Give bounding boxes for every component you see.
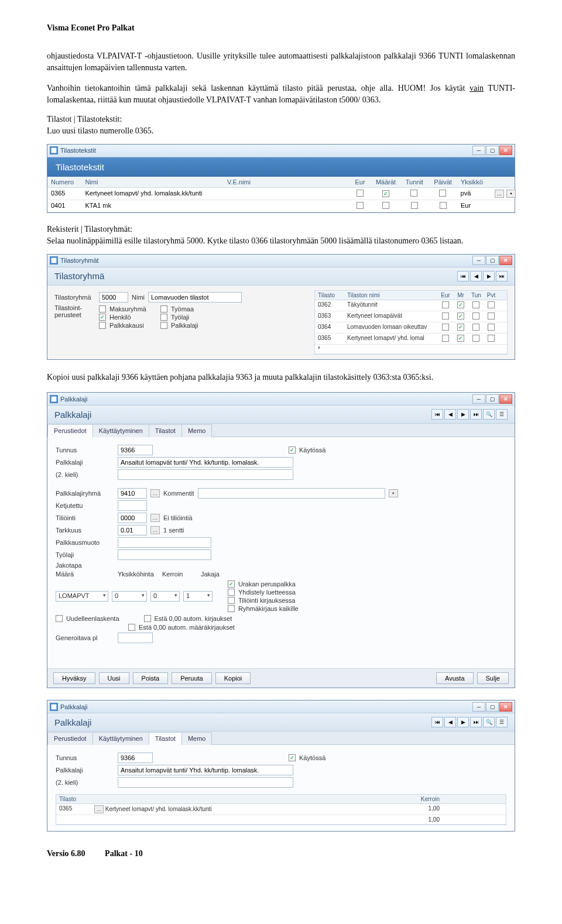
table-row[interactable]: * [315,345,507,354]
nav-last-button[interactable]: ⏭ [470,409,482,420]
tab-perustiedot[interactable]: Perustiedot [47,732,93,745]
col-venimi[interactable]: V.E.nimi [224,177,348,187]
checkbox-tyomaa[interactable] [160,305,167,312]
input-palkkausmuoto[interactable] [118,537,211,548]
lookup-button[interactable]: … [150,489,160,497]
close-button[interactable]: ✕ [499,702,512,712]
input-tilastoryhma[interactable] [99,292,128,303]
col-tilasto[interactable]: Tilasto [56,795,91,803]
expand-button[interactable]: • [389,489,398,497]
col-nimi[interactable]: Nimi [81,177,224,187]
checkbox-paivat[interactable] [439,190,446,197]
checkbox-eur[interactable] [357,202,364,209]
select-maara[interactable]: LOMAPVT [56,591,108,602]
input-tunnus[interactable] [118,445,153,455]
checkbox-tunnit[interactable] [410,190,417,197]
input-tilointi[interactable] [118,513,147,523]
tab-kayttaytyminen[interactable]: Käyttäytyminen [92,732,149,745]
input-kieli2[interactable] [118,469,293,480]
nav-search-button[interactable]: 🔍 [483,409,495,420]
checkbox-henkilo[interactable] [99,314,106,321]
lookup-button[interactable]: … [150,526,160,534]
uusi-button[interactable]: Uusi [99,672,129,684]
checkbox-kaytossa[interactable] [289,446,296,454]
titlebar[interactable]: Tilastotekstit ─ ▢ ✕ [47,145,515,157]
col-pvt[interactable]: Pvt [484,291,499,300]
minimize-button[interactable]: ─ [472,702,485,712]
tab-perustiedot[interactable]: Perustiedot [47,424,93,437]
table-row[interactable]: 0365 Kertyneet lomapvt/ yhd. lomalask.kk… [47,188,515,200]
select-jakaja[interactable]: 1 [183,591,213,602]
col-tilaston-nimi[interactable]: Tilaston nimi [344,291,438,300]
input-generoitava[interactable] [118,633,153,643]
tab-memo[interactable]: Memo [181,424,213,437]
kopioi-button[interactable]: Kopioi [215,672,251,684]
col-paivat[interactable]: Päivät [429,177,457,187]
input-tarkkuus[interactable] [118,525,147,535]
checkbox-yhdistely[interactable] [228,589,235,596]
table-row[interactable]: 0363Kertyneet lomapäivät [315,311,507,322]
tab-tilastot[interactable]: Tilastot [149,732,182,745]
nav-prev-button[interactable]: ◀ [444,409,456,420]
tab-tilastot[interactable]: Tilastot [149,424,182,437]
poista-button[interactable]: Poista [133,672,169,684]
hyvaksy-button[interactable]: Hyväksy [53,672,95,684]
peruuta-button[interactable]: Peruuta [172,672,212,684]
maximize-button[interactable]: ▢ [486,256,499,265]
nav-first-button[interactable]: ⏮ [457,271,469,281]
input-kommentit[interactable] [198,488,385,499]
table-row[interactable]: 0401 KTA1 mk Eur [47,200,515,212]
input-ketjutettu[interactable] [118,500,147,511]
col-tunnit[interactable]: Tunnit [400,177,429,187]
checkbox-maarat[interactable] [382,202,389,209]
col-maarat[interactable]: Määrät [372,177,400,187]
nav-first-button[interactable]: ⏮ [431,409,443,420]
titlebar[interactable]: Palkkalaji ─ ▢ ✕ [47,393,515,406]
checkbox-esta1[interactable] [144,615,151,622]
nav-next-button[interactable]: ▶ [457,717,469,727]
titlebar[interactable]: Tilastoryhmät ─ ▢ ✕ [47,255,515,267]
nav-last-button[interactable]: ⏭ [496,271,508,281]
nav-list-button[interactable]: ☰ [496,409,508,420]
table-row[interactable]: 0365 … Kertyneet lomapvt/ yhd. lomalask.… [56,804,506,815]
avusta-button[interactable]: Avusta [436,672,473,684]
lookup-button[interactable]: … [150,514,160,522]
input-palkkalaji[interactable] [118,765,293,775]
lookup-button[interactable]: … [94,805,104,813]
col-yksikko[interactable]: Yksikkö [457,177,491,187]
checkbox-paivat[interactable] [440,202,447,209]
input-palkkalajiryhma[interactable] [118,488,147,499]
checkbox-maksuryhma[interactable] [99,305,106,312]
input-nimi[interactable] [148,292,242,303]
checkbox-esta2[interactable] [128,624,135,631]
checkbox-tilointi-kirj[interactable] [228,597,235,604]
checkbox-uudelleenlaskenta[interactable] [56,615,63,622]
minimize-button[interactable]: ─ [472,394,485,404]
table-row[interactable]: 0362Täkyötunnit [315,300,507,311]
maximize-button[interactable]: ▢ [486,146,499,155]
nav-prev-button[interactable]: ◀ [470,271,482,281]
col-tun[interactable]: Tun [468,291,484,300]
close-button[interactable]: ✕ [499,146,512,155]
table-row[interactable]: 0364Lomavuoden lomaan oikeuttav [315,322,507,334]
checkbox-tyolaji[interactable] [160,314,167,321]
nav-first-button[interactable]: ⏮ [431,717,443,727]
close-button[interactable]: ✕ [499,394,512,404]
input-tunnus[interactable] [118,753,153,763]
select-kerroin[interactable]: 0 [150,591,180,602]
table-row[interactable]: 1,00 [56,815,506,825]
nav-list-button[interactable]: ☰ [496,717,508,727]
nav-last-button[interactable]: ⏭ [470,717,482,727]
maximize-button[interactable]: ▢ [486,702,499,712]
input-tyolaji[interactable] [118,549,211,560]
checkbox-tunnit[interactable] [411,202,418,209]
col-tilasto[interactable]: Tilasto [315,291,344,300]
table-row[interactable]: 0365Kertyneet lomapvt/ yhd. lomal [315,334,507,345]
select-yksikkohinta[interactable]: 0 [112,591,147,602]
col-eur[interactable]: Eur [438,291,453,300]
col-numero[interactable]: Numero [47,177,81,187]
nav-next-button[interactable]: ▶ [483,271,495,281]
close-button[interactable]: ✕ [499,256,512,265]
checkbox-kaytossa[interactable] [289,754,296,761]
col-kerroin[interactable]: Kerroin [407,795,443,803]
